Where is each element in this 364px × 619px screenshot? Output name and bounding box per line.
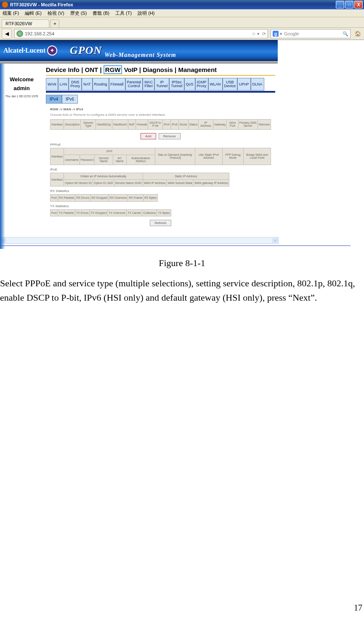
subtab-ipv4[interactable]: IPv4: [46, 95, 62, 104]
rgw-tab-qos[interactable]: QoS: [184, 78, 195, 91]
ipoe-table: Interface Obtain an IP Address Automatic…: [50, 173, 229, 187]
rgw-tab-ip-tunnel[interactable]: IPTunnel: [154, 78, 169, 91]
menu-bookmarks[interactable]: 書籤 (B): [93, 10, 109, 16]
menu-view[interactable]: 檢視 (V): [48, 10, 64, 16]
rgw-tab-routing[interactable]: Routing: [93, 78, 109, 91]
menu-history[interactable]: 歷史 (S): [70, 10, 87, 16]
nav-management[interactable]: Management: [178, 66, 217, 73]
nav-device-info[interactable]: Device Info: [46, 66, 80, 73]
wms-subtitle: Web-Management System: [104, 52, 176, 59]
horizontal-scrollbar[interactable]: ‹ ›: [0, 237, 279, 244]
timestamp: Thu Jan 1 00:13:53 1970: [0, 95, 43, 98]
tab-title: RTF3026VW: [5, 21, 32, 26]
rgw-tab-wlan[interactable]: WLAN: [208, 78, 223, 91]
close-button[interactable]: X: [354, 1, 363, 8]
window-titlebar: RTF3026VW - Mozilla Firefox _ □ X: [0, 0, 364, 9]
breadcrumb: RGW -> WAN -> IPv4: [50, 107, 271, 111]
maximize-button[interactable]: □: [345, 1, 353, 8]
nav-voip[interactable]: VoIP: [124, 66, 138, 73]
browser-tabstrip: RTF3026VW +: [0, 17, 364, 28]
rgw-tab-firewall[interactable]: Firewall: [109, 78, 125, 91]
minimize-button[interactable]: _: [336, 1, 344, 8]
home-button[interactable]: 🏠: [353, 29, 362, 38]
tx-table: PortTX PacketsTX ErrorsTX DroppedTX Over…: [50, 209, 171, 216]
rgw-tab-dlna[interactable]: DLNA: [251, 78, 264, 91]
menu-edit[interactable]: 編輯 (E): [25, 10, 42, 16]
banner: Alcatel·Lucent✦ GPON Web-Management Syst…: [0, 40, 278, 61]
welcome-label: Welcome: [0, 76, 43, 83]
menu-tools[interactable]: 工具 (T): [115, 10, 132, 16]
url-text: 192.168.2.254: [25, 31, 54, 36]
rgw-tab-mac-filter[interactable]: MACFilter: [143, 78, 154, 91]
nav-diagnosis[interactable]: Diagnosis: [143, 66, 173, 73]
user-label: admin: [0, 85, 43, 91]
rgw-tab-parental-control[interactable]: ParentalControl: [125, 78, 143, 91]
menu-file[interactable]: 檔案 (F): [3, 10, 19, 16]
globe-icon: [16, 30, 23, 37]
body-paragraph: Select PPPoE and service type (multiple …: [0, 276, 361, 305]
url-input[interactable]: 192.168.2.254 ☆ ▾ ⟳: [14, 29, 268, 38]
address-toolbar: ◀ 192.168.2.254 ☆ ▾ ⟳ g▾ Google 🔍 🏠: [0, 28, 364, 40]
brand-logo: Alcatel·Lucent✦: [3, 45, 57, 56]
browser-tab[interactable]: RTF3026VW: [2, 19, 49, 27]
refresh-button[interactable]: Refresh: [150, 220, 171, 226]
back-button[interactable]: ◀: [2, 29, 12, 39]
remove-button[interactable]: Remove: [159, 133, 181, 139]
rgw-tab-upnp[interactable]: UPnP: [237, 78, 251, 91]
gpon-page: Alcatel·Lucent✦ GPON Web-Management Syst…: [0, 40, 278, 244]
rgw-tab-row: WANLANDNSProxyNATRoutingFirewallParental…: [43, 76, 278, 91]
wan-table: InterfaceDescriptionService TypeVlan8021…: [50, 119, 271, 130]
google-icon: g: [273, 31, 279, 37]
rgw-tab-nat[interactable]: NAT: [82, 78, 92, 91]
hint-text: Choose Add or Remove to configure a WAN …: [50, 113, 271, 117]
wan-subtab-row: IPv4 IPv6: [43, 93, 278, 106]
search-icon: 🔍: [343, 31, 348, 37]
subtab-ipv6[interactable]: IPv6: [62, 95, 78, 104]
window-title: RTF3026VW - Mozilla Firefox: [10, 2, 73, 7]
sidebar: Welcome admin Thu Jan 1 00:13:53 1970: [0, 64, 43, 234]
url-right-icons: ☆ ▾ ⟳: [252, 31, 266, 37]
menu-help[interactable]: 說明 (H): [138, 10, 154, 16]
nav-ont[interactable]: ONT: [85, 66, 98, 73]
pppoe-table: Interface PPP Dial on Demand (Inactivity…: [50, 148, 271, 165]
new-tab-button[interactable]: +: [50, 19, 59, 27]
section-ipoe: IPoE: [50, 168, 271, 171]
rgw-tab-dns-proxy[interactable]: DNSProxy: [69, 78, 82, 91]
rgw-tab-igmp-proxy[interactable]: IGMPProxy: [195, 78, 208, 91]
main-content: Device Info | ONT | RGW VoIP | Diagnosis…: [43, 64, 278, 234]
rgw-tab-usb-device[interactable]: USBDevice: [223, 78, 238, 91]
rgw-tab-lan[interactable]: LAN: [58, 78, 69, 91]
gpon-title: GPON: [70, 44, 102, 57]
rgw-tab-ipsec-tunnel[interactable]: IPSecTunnel: [169, 78, 184, 91]
figure-caption: Figure 8-1-1: [0, 258, 364, 269]
nav-rgw[interactable]: RGW: [104, 65, 122, 74]
rgw-tab-wan[interactable]: WAN: [46, 78, 58, 91]
scroll-right-icon[interactable]: ›: [272, 238, 278, 243]
search-placeholder: Google: [284, 31, 299, 36]
add-button[interactable]: Add: [141, 133, 156, 139]
search-input[interactable]: g▾ Google 🔍: [271, 29, 351, 38]
section-pppoe: PPPoE: [50, 143, 271, 147]
top-nav: Device Info | ONT | RGW VoIP | Diagnosis…: [43, 64, 278, 75]
browser-menubar: 檔案 (F) 編輯 (E) 檢視 (V) 歷史 (S) 書籤 (B) 工具 (T…: [0, 9, 364, 17]
section-rx: RX Statistics: [50, 189, 271, 193]
firefox-icon: [2, 1, 8, 8]
section-tx: TX Statistics: [50, 204, 271, 208]
rx-table: PortRX PacketsRX ErrorsRX DroppedRX Over…: [50, 194, 158, 201]
